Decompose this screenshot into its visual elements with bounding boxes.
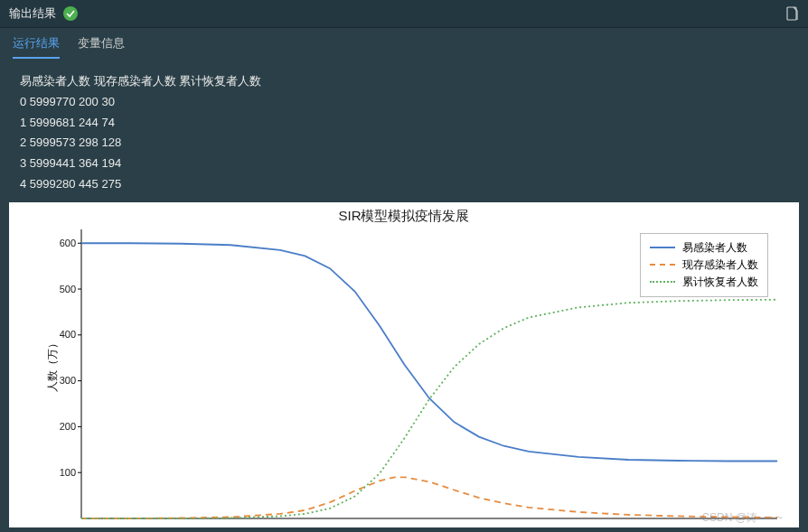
legend-line-icon	[650, 247, 675, 248]
chart-title: SIR模型模拟疫情发展	[9, 202, 799, 225]
legend: 易感染者人数 现存感染者人数 累计恢复者人数	[640, 233, 768, 297]
output-row: 3 5999441 364 194	[20, 156, 121, 170]
chart-area: SIR模型模拟疫情发展 人数（万） 易感染者人数 现存感染者人数 累计恢复者人数…	[9, 202, 799, 527]
y-axis-label: 人数（万）	[45, 338, 61, 392]
y-tick-label: 300	[60, 375, 76, 386]
legend-line-icon	[650, 281, 675, 283]
legend-label: 现存感染者人数	[682, 257, 758, 273]
output-row: 0 5999770 200 30	[20, 95, 115, 108]
plot-region: 易感染者人数 现存感染者人数 累计恢复者人数 10020030040050060…	[81, 229, 777, 518]
y-tick-label: 600	[60, 238, 76, 248]
legend-item-recovered: 累计恢复者人数	[650, 274, 758, 291]
legend-label: 累计恢复者人数	[682, 275, 758, 290]
output-row: 2 5999573 298 128	[20, 135, 121, 149]
export-icon[interactable]	[786, 6, 799, 21]
tab-run-result[interactable]: 运行结果	[13, 35, 60, 59]
output-header: 输出结果	[0, 0, 808, 28]
output-row: 4 5999280 445 275	[20, 177, 121, 191]
series-line	[81, 477, 777, 518]
y-tick-label: 100	[60, 467, 76, 478]
success-check-icon	[63, 6, 78, 21]
legend-item-infected: 现存感染者人数	[650, 257, 758, 274]
output-row: 1 5999681 244 74	[20, 116, 115, 129]
legend-line-icon	[650, 264, 675, 266]
legend-item-susceptible: 易感染者人数	[650, 239, 758, 257]
y-tick-label: 200	[60, 421, 76, 432]
header-title: 输出结果	[9, 5, 56, 22]
legend-label: 易感染者人数	[682, 240, 747, 256]
output-text-block: 易感染者人数 现存感染者人数 累计恢复者人数 0 5999770 200 30 …	[0, 59, 808, 202]
tab-bar: 运行结果 变量信息	[0, 28, 808, 59]
y-tick-label: 500	[60, 284, 76, 294]
series-line	[81, 299, 777, 518]
output-columns-header: 易感染者人数 现存感染者人数 累计恢复者人数	[20, 74, 261, 88]
y-tick-label: 400	[60, 329, 76, 340]
watermark: CSDN @涛~~~~	[701, 510, 783, 526]
tab-variables[interactable]: 变量信息	[78, 35, 125, 59]
header-actions	[786, 6, 799, 21]
